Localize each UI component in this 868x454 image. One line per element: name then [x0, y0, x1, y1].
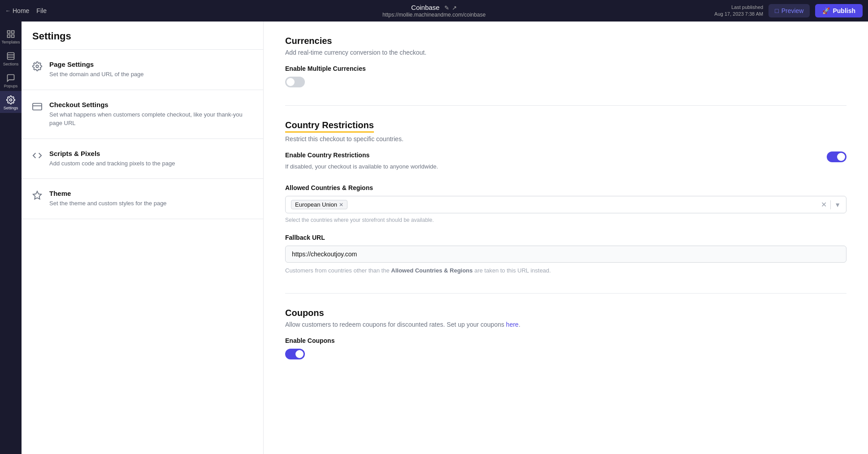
sidebar-item-templates[interactable]: Templates	[0, 25, 22, 47]
last-published-info: Last published Aug 17, 2023 7:38 AM	[714, 4, 763, 18]
theme-icon	[32, 190, 42, 203]
svg-rect-0	[8, 31, 10, 34]
coupons-slider	[285, 349, 305, 359]
svg-point-7	[10, 99, 12, 101]
message-icon	[6, 74, 15, 82]
publish-label: Publish	[833, 7, 855, 14]
coupons-title: Coupons	[285, 308, 846, 318]
last-published-label: Last published	[714, 4, 763, 11]
theme-desc: Set the theme and custom styles for the …	[49, 199, 167, 208]
svg-rect-3	[12, 35, 14, 38]
checkout-settings-icon	[32, 102, 42, 114]
divider-1	[285, 105, 846, 106]
theme-title: Theme	[49, 190, 167, 197]
allowed-countries-label: Allowed Countries & Regions	[285, 184, 846, 191]
tag-remove-button[interactable]: ✕	[339, 202, 343, 208]
currencies-slider	[285, 77, 305, 87]
preview-icon: □	[775, 7, 778, 14]
country-restrictions-title: Country Restrictions	[285, 120, 846, 133]
page-settings-title: Page Settings	[49, 61, 144, 68]
scripts-desc: Add custom code and tracking pixels to t…	[49, 159, 175, 168]
coupons-subtitle: Allow customers to redeem coupons for di…	[285, 321, 846, 328]
rocket-icon: 🚀	[822, 7, 830, 14]
svg-rect-4	[8, 53, 14, 60]
european-union-tag[interactable]: European Union ✕	[291, 200, 347, 209]
site-url: https://mollie.machineandme.com/coinbase	[382, 12, 486, 18]
sidebar-popups-label: Popups	[4, 84, 18, 88]
home-label: Home	[13, 7, 29, 14]
page-settings-desc: Set the domain and URL of the page	[49, 70, 144, 79]
allowed-countries-input[interactable]: European Union ✕ ✕ ▼	[285, 196, 846, 213]
main-layout: Templates Sections Popups Settings Setti…	[0, 22, 868, 454]
enable-coupons-label: Enable Coupons	[285, 337, 846, 344]
svg-point-8	[36, 65, 39, 68]
input-divider	[830, 200, 831, 209]
sidebar-settings-label: Settings	[4, 106, 18, 110]
svg-rect-9	[33, 103, 42, 110]
external-link-icon[interactable]: ↗	[452, 4, 457, 11]
scripts-title: Scripts & Pixels	[49, 150, 175, 157]
fallback-desc-bold: Allowed Countries & Regions	[391, 267, 473, 274]
sidebar-item-sections[interactable]: Sections	[0, 47, 22, 69]
tag-label: European Union	[295, 201, 337, 208]
site-name: Coinbase	[411, 4, 439, 11]
scripts-icon	[32, 151, 42, 163]
currencies-toggle[interactable]	[285, 77, 305, 87]
sidebar-item-popups[interactable]: Popups	[0, 69, 22, 91]
enable-country-label: Enable Country Restrictions	[285, 151, 827, 159]
home-button[interactable]: ← Home	[5, 7, 29, 14]
settings-header: Settings	[22, 22, 263, 50]
clear-all-button[interactable]: ✕	[821, 200, 827, 209]
settings-item-theme[interactable]: Theme Set the theme and custom styles fo…	[22, 179, 263, 219]
coupons-toggle[interactable]	[285, 349, 305, 359]
svg-rect-2	[8, 35, 10, 38]
dropdown-arrow-icon[interactable]: ▼	[834, 201, 841, 208]
topbar-center: Coinbase ✎ ↗ https://mollie.machineandme…	[382, 4, 486, 18]
topbar: ← Home File Coinbase ✎ ↗ https://mollie.…	[0, 0, 868, 22]
country-restrictions-section: Country Restrictions Restrict this check…	[285, 120, 846, 275]
content-area: Currencies Add real-time currency conver…	[264, 22, 868, 454]
preview-label: Preview	[781, 7, 804, 14]
country-restrictions-title-text: Country Restrictions	[285, 120, 374, 133]
settings-panel: Settings Page Settings Set the domain an…	[22, 22, 264, 454]
currencies-subtitle: Add real-time currency conversion to the…	[285, 49, 846, 56]
country-restrictions-subtitle: Restrict this checkout to specific count…	[285, 135, 846, 143]
grid-icon	[6, 30, 15, 39]
sidebar-sections-label: Sections	[3, 62, 19, 66]
last-published-date: Aug 17, 2023 7:38 AM	[714, 11, 763, 17]
coupons-here-link[interactable]: here	[506, 321, 519, 328]
country-restrictions-toggle[interactable]	[827, 151, 846, 162]
publish-button[interactable]: 🚀 Publish	[815, 4, 863, 17]
checkout-settings-title: Checkout Settings	[49, 101, 252, 108]
edit-icon[interactable]: ✎	[444, 4, 449, 11]
currencies-title: Currencies	[285, 36, 846, 46]
back-icon: ←	[5, 8, 11, 14]
checkout-settings-desc: Set what happens when customers complete…	[49, 110, 252, 128]
currencies-section: Currencies Add real-time currency conver…	[285, 36, 846, 87]
settings-item-scripts[interactable]: Scripts & Pixels Add custom code and tra…	[22, 139, 263, 179]
sidebar-templates-label: Templates	[1, 40, 20, 44]
file-menu[interactable]: File	[36, 7, 47, 14]
divider-2	[285, 293, 846, 294]
page-settings-icon	[32, 61, 42, 74]
svg-rect-1	[12, 31, 14, 34]
coupons-subtitle-suffix: .	[519, 321, 521, 328]
allowed-countries-helper: Select the countries where your storefro…	[285, 217, 846, 223]
sidebar-item-settings[interactable]: Settings	[0, 91, 22, 113]
country-restrictions-slider	[827, 151, 846, 162]
settings-item-page[interactable]: Page Settings Set the domain and URL of …	[22, 50, 263, 90]
fallback-desc-prefix: Customers from countries other than the	[285, 267, 391, 274]
enable-country-desc: If disabled, your checkout is available …	[285, 163, 827, 170]
coupons-section: Coupons Allow customers to redeem coupon…	[285, 308, 846, 359]
layout-icon	[6, 52, 15, 61]
fallback-desc-suffix: are taken to this URL instead.	[473, 267, 551, 274]
currencies-enable-label: Enable Multiple Currencies	[285, 65, 846, 72]
fallback-desc: Customers from countries other than the …	[285, 266, 846, 275]
fallback-url-input[interactable]: https://checkoutjoy.com	[285, 246, 846, 263]
sidebar-icons: Templates Sections Popups Settings	[0, 22, 22, 454]
enable-country-toggle-row: Enable Country Restrictions If disabled,…	[285, 151, 846, 173]
fallback-url-label: Fallback URL	[285, 234, 846, 241]
preview-button[interactable]: □ Preview	[768, 4, 810, 17]
settings-item-checkout[interactable]: Checkout Settings Set what happens when …	[22, 90, 263, 139]
coupons-subtitle-prefix: Allow customers to redeem coupons for di…	[285, 321, 506, 328]
